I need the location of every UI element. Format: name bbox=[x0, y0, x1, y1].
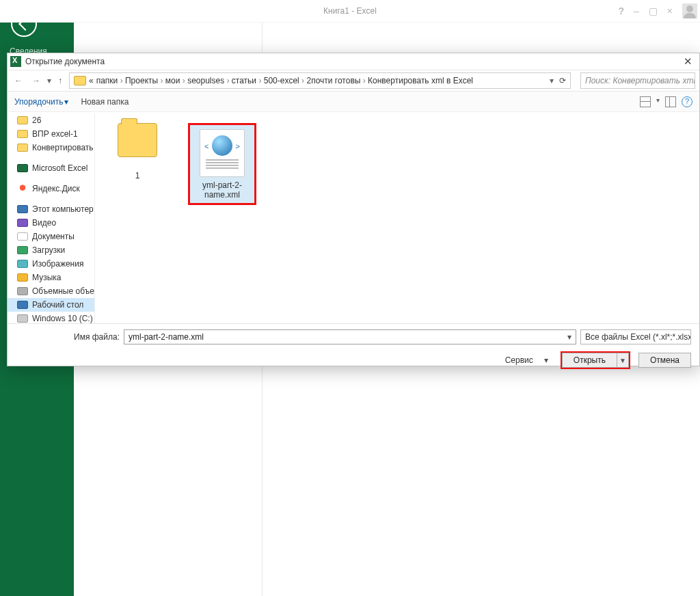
crumb-segment[interactable]: 2почти готовы bbox=[306, 76, 360, 85]
tree-item-label: Загрузки bbox=[32, 245, 65, 255]
folder-icon bbox=[118, 123, 157, 157]
crumb-separator: › bbox=[256, 76, 264, 85]
tree-item-icon bbox=[17, 246, 28, 254]
crumb-segment[interactable]: мои bbox=[165, 76, 180, 85]
new-folder-button[interactable]: Новая папка bbox=[81, 97, 129, 107]
tree-item-icon bbox=[17, 130, 28, 138]
file-tile-selected[interactable]: <> yml-part-2-name.xml bbox=[188, 123, 256, 205]
xml-file-icon: <> bbox=[200, 129, 245, 177]
view-mode-dropdown-icon[interactable]: ▾ bbox=[656, 96, 660, 107]
tools-menu[interactable]: Сервис bbox=[505, 355, 533, 365]
tree-item-icon bbox=[17, 287, 28, 295]
crumb-separator: › bbox=[224, 76, 232, 85]
tree-item[interactable]: ВПР excel-1 bbox=[8, 127, 94, 141]
folder-icon bbox=[74, 76, 86, 85]
tree-item-label: Этот компьютер bbox=[32, 204, 94, 214]
tree-item[interactable]: Объемные объекты bbox=[8, 284, 94, 298]
app-titlebar: Книга1 - Excel ? – ▢ × bbox=[0, 0, 700, 23]
account-avatar[interactable] bbox=[682, 3, 697, 18]
dialog-toolbar: Упорядочить ▾ Новая папка ▾ bbox=[8, 92, 699, 112]
close-icon[interactable]: × bbox=[667, 5, 673, 16]
cancel-button[interactable]: Отмена bbox=[638, 353, 691, 368]
file-list[interactable]: 1 <> yml-part-2-name.xml bbox=[95, 113, 699, 323]
tree-item[interactable]: Музыка bbox=[8, 271, 94, 284]
tools-dropdown-icon[interactable]: ▾ bbox=[544, 355, 548, 365]
dialog-help-icon[interactable] bbox=[682, 96, 692, 107]
organize-dropdown-icon[interactable]: ▾ bbox=[64, 97, 68, 107]
tree-item[interactable]: Microsoft Excel bbox=[8, 161, 94, 175]
tree-item-label: Музыка bbox=[32, 273, 61, 282]
view-mode-icon[interactable] bbox=[640, 96, 651, 107]
tree-item-label: Рабочий стол bbox=[32, 300, 83, 310]
crumb-segment[interactable]: статьи bbox=[232, 76, 256, 85]
dialog-nav: ← → ▾ ↑ « папки › Проекты › мои › seopul… bbox=[8, 70, 699, 92]
address-dropdown-icon[interactable]: ▾ bbox=[550, 76, 554, 85]
open-button-group: Открыть ▼ bbox=[561, 351, 630, 369]
open-button[interactable]: Открыть bbox=[562, 353, 617, 368]
tree-item[interactable]: Видео bbox=[8, 216, 94, 230]
tree-item[interactable]: Этот компьютер bbox=[8, 202, 94, 216]
tree-item-label: Конвертировать bbox=[32, 143, 94, 152]
dialog-footer: Имя файла: yml-part-2-name.xml ▾ Все фай… bbox=[8, 323, 699, 366]
nav-back-icon[interactable]: ← bbox=[12, 76, 25, 85]
tree-item[interactable]: Изображения bbox=[8, 257, 94, 271]
tree-item[interactable]: Windows 10 (C:) bbox=[8, 312, 94, 323]
tree-item[interactable]: 26 bbox=[8, 113, 94, 127]
tree-item[interactable]: Документы bbox=[8, 230, 94, 243]
tree-item[interactable]: Яндекс.Диск bbox=[8, 182, 94, 195]
tree-item-label: Microsoft Excel bbox=[32, 163, 88, 173]
crumb-segment[interactable]: папки bbox=[96, 76, 118, 85]
tree-item-icon bbox=[17, 260, 28, 268]
maximize-icon[interactable]: ▢ bbox=[649, 5, 658, 16]
file-label: yml-part-2-name.xml bbox=[193, 181, 252, 200]
crumb-separator: › bbox=[360, 76, 368, 85]
folder-tree[interactable]: 26ВПР excel-1КонвертироватьMicrosoft Exc… bbox=[8, 113, 95, 323]
nav-history-dropdown[interactable]: ▾ bbox=[47, 76, 51, 85]
crumb-segment[interactable]: Конвертировать xml в Excel bbox=[368, 76, 473, 85]
nav-up-icon[interactable]: ↑ bbox=[55, 76, 65, 85]
organize-menu[interactable]: Упорядочить bbox=[14, 97, 63, 107]
filename-value: yml-part-2-name.xml bbox=[129, 332, 204, 342]
folder-tile[interactable]: 1 bbox=[107, 123, 167, 180]
tree-item-icon bbox=[17, 273, 28, 282]
tree-item[interactable]: Конвертировать bbox=[8, 141, 94, 154]
crumb-separator: › bbox=[299, 76, 307, 85]
crumb-separator: › bbox=[118, 76, 125, 85]
workbook-title: Книга1 - Excel bbox=[323, 6, 377, 16]
open-file-dialog: Открытие документа ✕ ← → ▾ ↑ « папки › П… bbox=[7, 53, 700, 366]
tree-item-icon bbox=[17, 164, 28, 172]
tree-item-label: 26 bbox=[32, 116, 41, 125]
crumb-leader: « bbox=[89, 76, 94, 85]
crumb-segment[interactable]: Проекты bbox=[125, 76, 158, 85]
crumb-segment[interactable]: 500-excel bbox=[264, 76, 299, 85]
breadcrumb[interactable]: « папки › Проекты › мои › seopulses › ст… bbox=[69, 72, 571, 89]
dialog-close-icon[interactable]: ✕ bbox=[679, 55, 697, 68]
tree-item-label: Изображения bbox=[32, 259, 83, 269]
tree-item-label: Windows 10 (C:) bbox=[32, 314, 93, 323]
filetype-value: Все файлы Excel (*.xl*;*.xlsx;*.> bbox=[585, 332, 691, 342]
dialog-title: Открытие документа bbox=[25, 57, 105, 66]
minimize-icon[interactable]: – bbox=[634, 5, 639, 16]
filename-input[interactable]: yml-part-2-name.xml ▾ bbox=[124, 329, 576, 344]
tree-item[interactable]: Загрузки bbox=[8, 243, 94, 257]
filename-dropdown-icon[interactable]: ▾ bbox=[567, 332, 571, 342]
tree-item-label: Объемные объекты bbox=[32, 286, 95, 296]
tree-item-icon bbox=[17, 144, 28, 152]
tree-item[interactable]: Рабочий стол bbox=[8, 298, 94, 312]
help-icon[interactable]: ? bbox=[618, 5, 624, 16]
tree-item-label: ВПР excel-1 bbox=[32, 129, 78, 139]
crumb-separator: › bbox=[158, 76, 165, 85]
filetype-select[interactable]: Все файлы Excel (*.xl*;*.xlsx;*.> ▾ bbox=[580, 329, 691, 344]
tree-item-icon bbox=[17, 116, 28, 124]
tree-item-label: Видео bbox=[32, 218, 56, 228]
refresh-icon[interactable]: ⟳ bbox=[559, 76, 566, 85]
preview-pane-icon[interactable] bbox=[665, 96, 676, 107]
tree-item-icon bbox=[17, 219, 28, 227]
tree-item-icon bbox=[17, 301, 28, 309]
nav-forward-icon[interactable]: → bbox=[29, 76, 43, 85]
search-input[interactable]: Поиск: Конвертировать xml ... bbox=[580, 72, 695, 89]
tree-item-icon bbox=[17, 232, 28, 241]
crumb-segment[interactable]: seopulses bbox=[187, 76, 224, 85]
open-dropdown-icon[interactable]: ▼ bbox=[617, 353, 629, 368]
tree-item-label: Яндекс.Диск bbox=[32, 184, 80, 193]
